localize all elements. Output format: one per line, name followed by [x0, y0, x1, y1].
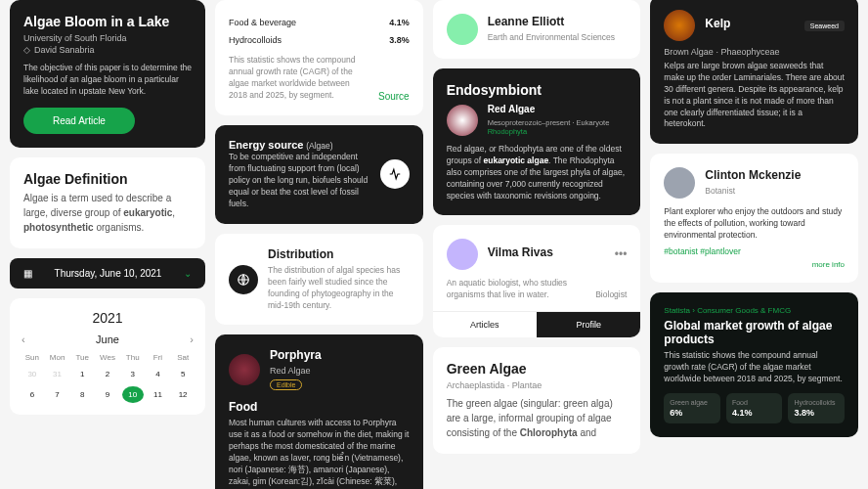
clinton-role: Botanist [705, 186, 801, 198]
kelp-avatar [664, 10, 695, 41]
porphyra-type: Red Algae [270, 366, 322, 376]
calendar-grid: SunMonTueWesThuFriSat3031123456789101112 [22, 353, 194, 403]
energy-title: Energy source (Algae) [229, 139, 370, 153]
calendar-day[interactable]: 4 [148, 366, 169, 382]
calendar-day[interactable]: 12 [172, 386, 194, 403]
hashtag[interactable]: #botanist [664, 246, 700, 256]
selected-date: Thursday, June 10, 2021 [55, 268, 162, 279]
green-algae-card: Green Algae Archaeplastida · Plantae The… [433, 347, 641, 454]
stats-desc: This statistic shows the compound annual… [229, 55, 369, 102]
clinton-desc: Plant explorer who enjoy the outdoors an… [664, 206, 845, 242]
date-selector[interactable]: ▦ Thursday, June 10, 2021 ⌄ [10, 258, 205, 289]
tab-articles[interactable]: Articles [433, 312, 537, 337]
calendar-day[interactable]: 31 [47, 366, 68, 382]
red-algae-avatar [447, 105, 478, 136]
hashtag[interactable]: #plantlover [700, 246, 741, 256]
calendar-dow: Thu [122, 353, 144, 362]
user-icon: ◇ [23, 45, 30, 55]
vilma-role: Biologist [595, 289, 627, 301]
clinton-avatar [664, 167, 695, 199]
energy-card: Energy source (Algae) To be competitive … [215, 125, 423, 224]
hero-author-row: ◇ David Sanabria [23, 45, 192, 55]
endo-desc: Red algae, or Rhodophyta are one of the … [447, 144, 628, 201]
source-link[interactable]: Source [378, 91, 410, 102]
more-menu-button[interactable]: ••• [615, 247, 628, 261]
calendar-year: 2021 [22, 310, 194, 326]
endosymbiont-title: Endosymbiont [447, 82, 628, 98]
calendar-day[interactable]: 3 [122, 366, 144, 382]
calendar-dow: Sun [22, 353, 43, 362]
chevron-down-icon[interactable]: ⌄ [184, 268, 192, 279]
calendar-day[interactable]: 7 [47, 386, 68, 403]
endo-phylum[interactable]: Rhodophyta [488, 127, 610, 136]
market-stats: Green algae6%Food4.1%Hydrocolloids3.8% [664, 393, 845, 423]
market-stat: Green algae6% [664, 393, 720, 423]
calendar-day[interactable]: 2 [97, 366, 118, 382]
edible-badge: Edible [270, 379, 302, 390]
porphyra-heading: Food [229, 400, 410, 414]
hero-university: University of South Florida [23, 33, 192, 43]
market-crumb[interactable]: Statista › Consumer Goods & FMCG [664, 306, 845, 315]
stat-row: Hydrocolloids3.8% [229, 31, 410, 49]
activity-icon [380, 159, 410, 189]
endosymbiont-card: Endosymbiont Red Algae Mesoproterozoic–p… [433, 68, 641, 215]
market-desc: This statistic shows the compound annual… [664, 350, 845, 385]
vilma-avatar [447, 239, 478, 270]
clinton-card: Clinton Mckenzie Botanist Plant explorer… [650, 154, 858, 283]
seaweed-tag: Seaweed [804, 21, 845, 31]
hero-author: David Sanabria [34, 45, 95, 55]
market-stat: Food4.1% [726, 393, 783, 423]
distribution-title: Distribution [268, 247, 410, 261]
market-card: Statista › Consumer Goods & FMCG Global … [650, 292, 858, 437]
calendar-dow: Sat [172, 353, 194, 362]
tab-profile[interactable]: Profile [537, 312, 640, 337]
leanne-name: Leanne Elliott [488, 15, 615, 28]
hero-card: Algae Bloom in a Lake University of Sout… [10, 0, 205, 148]
calendar-day[interactable]: 1 [71, 366, 93, 382]
kelp-desc: Kelps are large brown algae seaweeds tha… [664, 61, 845, 130]
porphyra-name: Porphyra [270, 348, 322, 362]
calendar-day[interactable]: 8 [71, 386, 93, 403]
porphyra-card: Porphyra Red Algae Edible Food Most huma… [215, 334, 423, 489]
calendar-icon: ▦ [23, 268, 32, 279]
calendar-day[interactable]: 9 [97, 386, 118, 403]
market-title: Global market growth of algae products [664, 319, 845, 346]
market-stat: Hydrocolloids3.8% [788, 393, 845, 423]
read-article-button[interactable]: Read Article [23, 108, 135, 134]
green-desc: The green algae (singular: green alga) a… [447, 396, 628, 440]
green-title: Green Algae [447, 361, 628, 377]
endo-meta: Mesoproterozoic–present · Eukaryote [488, 118, 610, 127]
leanne-avatar [447, 14, 478, 45]
distribution-card: Distribution The distribution of algal s… [215, 234, 423, 326]
leanne-role: Earth and Environmental Sciences [488, 32, 615, 44]
definition-title: Algae Definition [23, 171, 192, 187]
calendar-dow: Fri [148, 353, 169, 362]
endo-name: Red Algae [488, 104, 610, 114]
kelp-card: Kelp Seaweed Brown Algae · Phaeophyceae … [650, 0, 858, 144]
definition-text: Algae is a term used to describe a large… [23, 191, 192, 235]
distribution-desc: The distribution of algal species has be… [268, 265, 410, 312]
calendar-day[interactable]: 6 [22, 386, 43, 403]
vilma-name: Vilma Rivas [488, 245, 553, 259]
calendar-day[interactable]: 10 [122, 386, 144, 403]
leanne-card[interactable]: Leanne Elliott Earth and Environmental S… [433, 0, 641, 59]
more-info-link[interactable]: more info [664, 260, 845, 269]
stats-card: Food & beverage4.1%Hydrocolloids3.8% Thi… [215, 0, 423, 115]
porphyra-desc: Most human cultures with access to Porph… [229, 418, 410, 489]
calendar-day[interactable]: 5 [172, 366, 194, 382]
profile-tabs: Articles Profile [433, 311, 641, 337]
calendar-day[interactable]: 11 [148, 386, 169, 403]
stat-row: Food & beverage4.1% [229, 14, 410, 31]
calendar-dow: Mon [47, 353, 68, 362]
definition-card: Algae Definition Algae is a term used to… [10, 157, 205, 248]
energy-desc: To be competitive and independent from f… [229, 152, 370, 209]
globe-icon [229, 265, 258, 294]
porphyra-avatar [229, 354, 260, 385]
hashtag-row: #botanist #plantlover [664, 245, 845, 256]
green-sub: Archaeplastida · Plantae [447, 380, 628, 390]
calendar-day[interactable]: 30 [22, 366, 43, 382]
next-month-button[interactable]: › [190, 333, 194, 345]
vilma-desc: An aquatic biologist, who studies organi… [447, 278, 586, 301]
vilma-card: Vilma Rivas ••• An aquatic biologist, wh… [433, 225, 641, 337]
prev-month-button[interactable]: ‹ [22, 333, 25, 345]
